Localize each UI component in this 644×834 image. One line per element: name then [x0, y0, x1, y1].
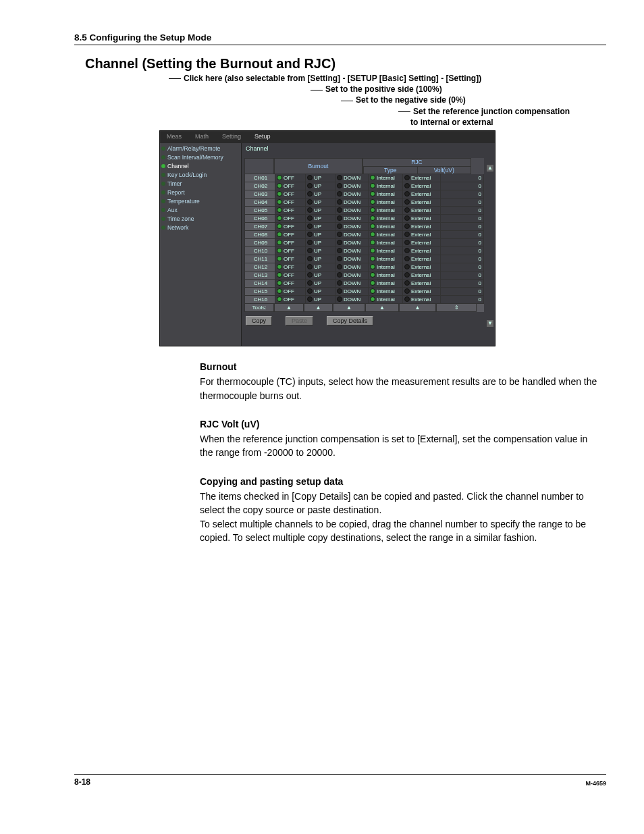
burnout-down[interactable]: DOWN	[336, 296, 369, 304]
rjc-external[interactable]: External	[403, 239, 441, 247]
sidebar-item-timer[interactable]: Timer	[160, 180, 241, 188]
burnout-up[interactable]: UP	[306, 271, 336, 280]
rjc-internal[interactable]: Internal	[369, 174, 403, 182]
burnout-up[interactable]: UP	[306, 223, 336, 231]
tool-arrow-up[interactable]: ▲	[304, 304, 333, 312]
burnout-down[interactable]: DOWN	[336, 239, 369, 247]
burnout-off[interactable]: OFF	[275, 239, 306, 247]
rjc-external[interactable]: External	[403, 247, 441, 255]
burnout-down[interactable]: DOWN	[336, 190, 369, 199]
rjc-volt[interactable]: 0	[441, 255, 484, 263]
burnout-off[interactable]: OFF	[275, 215, 306, 223]
burnout-off[interactable]: OFF	[275, 263, 306, 271]
sidebar-item-scan-interval-memory[interactable]: Scan Interval/Memory	[160, 153, 241, 162]
rjc-volt[interactable]: 0	[441, 199, 484, 207]
burnout-up[interactable]: UP	[306, 288, 336, 296]
scroll-up-icon[interactable]: ▲	[487, 165, 493, 172]
burnout-down[interactable]: DOWN	[336, 263, 369, 271]
rjc-volt[interactable]: 0	[441, 231, 484, 239]
burnout-off[interactable]: OFF	[275, 182, 306, 190]
channel-number[interactable]: CH02	[244, 182, 275, 190]
burnout-up[interactable]: UP	[306, 190, 336, 199]
burnout-off[interactable]: OFF	[275, 288, 306, 296]
tool-arrow-volt[interactable]: ⇕	[436, 304, 477, 312]
tab-math[interactable]: Math	[188, 131, 215, 143]
rjc-volt[interactable]: 0	[441, 174, 484, 182]
burnout-off[interactable]: OFF	[275, 207, 306, 215]
sidebar-item-temperature[interactable]: Temperature	[160, 197, 241, 206]
channel-number[interactable]: CH12	[244, 263, 275, 271]
rjc-volt[interactable]: 0	[441, 280, 484, 288]
tool-arrow-int[interactable]: ▲	[365, 304, 399, 312]
burnout-off[interactable]: OFF	[275, 280, 306, 288]
rjc-internal[interactable]: Internal	[369, 263, 403, 271]
rjc-external[interactable]: External	[403, 280, 441, 288]
rjc-external[interactable]: External	[403, 263, 441, 271]
rjc-volt[interactable]: 0	[441, 223, 484, 231]
channel-number[interactable]: CH11	[244, 255, 275, 263]
rjc-external[interactable]: External	[403, 215, 441, 223]
rjc-internal[interactable]: Internal	[369, 271, 403, 280]
burnout-up[interactable]: UP	[306, 239, 336, 247]
rjc-external[interactable]: External	[403, 199, 441, 207]
burnout-up[interactable]: UP	[306, 174, 336, 182]
tool-arrow-ext[interactable]: ▲	[399, 304, 436, 312]
rjc-external[interactable]: External	[403, 182, 441, 190]
burnout-off[interactable]: OFF	[275, 247, 306, 255]
rjc-internal[interactable]: Internal	[369, 247, 403, 255]
rjc-volt[interactable]: 0	[441, 271, 484, 280]
burnout-down[interactable]: DOWN	[336, 174, 369, 182]
rjc-internal[interactable]: Internal	[369, 239, 403, 247]
burnout-up[interactable]: UP	[306, 263, 336, 271]
rjc-volt[interactable]: 0	[441, 182, 484, 190]
rjc-internal[interactable]: Internal	[369, 288, 403, 296]
burnout-down[interactable]: DOWN	[336, 247, 369, 255]
burnout-off[interactable]: OFF	[275, 174, 306, 182]
tool-arrow-down[interactable]: ▲	[333, 304, 365, 312]
rjc-internal[interactable]: Internal	[369, 280, 403, 288]
burnout-off[interactable]: OFF	[275, 271, 306, 280]
burnout-up[interactable]: UP	[306, 215, 336, 223]
sidebar-item-report[interactable]: Report	[160, 188, 241, 197]
rjc-internal[interactable]: Internal	[369, 296, 403, 304]
rjc-volt[interactable]: 0	[441, 239, 484, 247]
rjc-volt[interactable]: 0	[441, 215, 484, 223]
rjc-volt[interactable]: 0	[441, 207, 484, 215]
burnout-up[interactable]: UP	[306, 207, 336, 215]
burnout-down[interactable]: DOWN	[336, 271, 369, 280]
burnout-down[interactable]: DOWN	[336, 215, 369, 223]
channel-number[interactable]: CH06	[244, 215, 275, 223]
burnout-up[interactable]: UP	[306, 199, 336, 207]
burnout-down[interactable]: DOWN	[336, 182, 369, 190]
rjc-volt[interactable]: 0	[441, 296, 484, 304]
rjc-external[interactable]: External	[403, 223, 441, 231]
sidebar-item-aux[interactable]: Aux	[160, 206, 241, 215]
sidebar-item-network[interactable]: Network	[160, 224, 241, 232]
rjc-external[interactable]: External	[403, 190, 441, 199]
channel-number[interactable]: CH08	[244, 231, 275, 239]
copy-details-button[interactable]: Copy Details	[327, 316, 373, 325]
burnout-up[interactable]: UP	[306, 247, 336, 255]
burnout-up[interactable]: UP	[306, 182, 336, 190]
rjc-external[interactable]: External	[403, 255, 441, 263]
channel-number[interactable]: CH10	[244, 247, 275, 255]
burnout-down[interactable]: DOWN	[336, 280, 369, 288]
rjc-internal[interactable]: Internal	[369, 215, 403, 223]
channel-number[interactable]: CH01	[244, 174, 275, 182]
tab-setting[interactable]: Setting	[215, 131, 248, 143]
rjc-internal[interactable]: Internal	[369, 182, 403, 190]
burnout-off[interactable]: OFF	[275, 296, 306, 304]
panel-tab-channel[interactable]: Channel	[242, 143, 495, 154]
rjc-internal[interactable]: Internal	[369, 231, 403, 239]
burnout-down[interactable]: DOWN	[336, 255, 369, 263]
burnout-off[interactable]: OFF	[275, 190, 306, 199]
channel-number[interactable]: CH07	[244, 223, 275, 231]
rjc-external[interactable]: External	[403, 174, 441, 182]
burnout-up[interactable]: UP	[306, 296, 336, 304]
sidebar-item-key-lock-login[interactable]: Key Lock/Login	[160, 171, 241, 180]
rjc-internal[interactable]: Internal	[369, 190, 403, 199]
channel-number[interactable]: CH13	[244, 271, 275, 280]
burnout-down[interactable]: DOWN	[336, 199, 369, 207]
burnout-off[interactable]: OFF	[275, 231, 306, 239]
rjc-volt[interactable]: 0	[441, 263, 484, 271]
